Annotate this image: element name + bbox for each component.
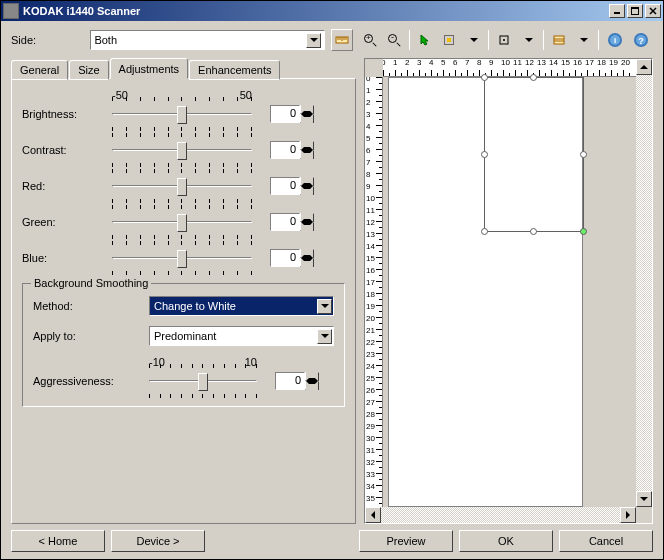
red-value[interactable]: 0 bbox=[270, 177, 300, 195]
zoom-in-button[interactable] bbox=[359, 29, 381, 51]
preview-button[interactable]: Preview bbox=[359, 530, 453, 552]
applyto-row: Apply to: Predominant bbox=[33, 326, 334, 346]
aggr-row: Aggressiveness: 0 bbox=[33, 370, 334, 392]
handle-t[interactable] bbox=[530, 74, 537, 81]
handle-b[interactable] bbox=[530, 228, 537, 235]
green-value[interactable]: 0 bbox=[270, 213, 300, 231]
applyto-dropdown-button[interactable] bbox=[317, 329, 332, 344]
method-select[interactable]: Change to White bbox=[149, 296, 334, 316]
crop-region[interactable] bbox=[484, 77, 584, 232]
brightness-row: Brightness: 0 bbox=[22, 103, 345, 125]
svg-rect-15 bbox=[554, 36, 564, 44]
scroll-right-button[interactable] bbox=[620, 507, 636, 523]
close-button[interactable] bbox=[645, 4, 661, 18]
page-outline bbox=[388, 77, 583, 507]
method-dropdown-button[interactable] bbox=[317, 299, 332, 314]
scrollbar-vertical[interactable] bbox=[636, 59, 652, 507]
handle-bl[interactable] bbox=[481, 228, 488, 235]
blue-label: Blue: bbox=[22, 252, 112, 264]
scroll-down-button[interactable] bbox=[636, 491, 652, 507]
handle-tl[interactable] bbox=[481, 74, 488, 81]
preview-pane: 01234567891011121314151617181920 0123456… bbox=[364, 58, 653, 524]
contrast-label: Contrast: bbox=[22, 144, 112, 156]
zoom-out-button[interactable] bbox=[383, 29, 405, 51]
body: General Size Adjustments Enhancements -5… bbox=[11, 58, 653, 524]
red-label: Red: bbox=[22, 180, 112, 192]
contrast-slider[interactable] bbox=[112, 139, 252, 161]
side-value: Both bbox=[94, 34, 117, 46]
grid-dropdown[interactable] bbox=[572, 29, 594, 51]
tabs: General Size Adjustments Enhancements bbox=[11, 58, 356, 79]
tab-size[interactable]: Size bbox=[69, 60, 108, 80]
background-smoothing-group: Background Smoothing Method: Change to W… bbox=[22, 283, 345, 407]
blue-spinner[interactable]: 0 bbox=[270, 249, 314, 267]
blue-slider[interactable] bbox=[112, 247, 252, 269]
ruler-vertical: 0123456789101112131415161718192021222324… bbox=[365, 77, 383, 507]
edge-dropdown[interactable] bbox=[517, 29, 539, 51]
svg-point-14 bbox=[503, 39, 505, 41]
separator bbox=[488, 30, 489, 50]
svg-text:i: i bbox=[614, 36, 616, 45]
applyto-label: Apply to: bbox=[33, 330, 149, 342]
aggr-slider[interactable] bbox=[149, 370, 257, 392]
device-button[interactable]: Device > bbox=[111, 530, 205, 552]
home-button[interactable]: < Home bbox=[11, 530, 105, 552]
contrast-row: Contrast: 0 bbox=[22, 139, 345, 161]
region-tool-button[interactable] bbox=[438, 29, 460, 51]
svg-rect-12 bbox=[447, 38, 451, 42]
pointer-tool-button[interactable] bbox=[414, 29, 436, 51]
separator bbox=[598, 30, 599, 50]
side-dropdown-button[interactable] bbox=[306, 33, 321, 48]
scroll-left-button[interactable] bbox=[365, 507, 381, 523]
contrast-value[interactable]: 0 bbox=[270, 141, 300, 159]
scrollbar-horizontal[interactable] bbox=[365, 507, 636, 523]
tab-general[interactable]: General bbox=[11, 60, 68, 80]
aggr-value[interactable]: 0 bbox=[275, 372, 305, 390]
svg-text:?: ? bbox=[638, 36, 644, 46]
separator bbox=[543, 30, 544, 50]
red-row: Red: 0 bbox=[22, 175, 345, 197]
aggr-spinner[interactable]: 0 bbox=[275, 372, 319, 390]
brightness-slider[interactable] bbox=[112, 103, 252, 125]
separator bbox=[409, 30, 410, 50]
handle-br[interactable] bbox=[580, 228, 587, 235]
brightness-spinner[interactable]: 0 bbox=[270, 105, 314, 123]
window-title: KODAK i1440 Scanner bbox=[23, 5, 607, 17]
content: Side: Both i bbox=[1, 21, 663, 559]
green-slider[interactable] bbox=[112, 211, 252, 233]
contrast-spinner[interactable]: 0 bbox=[270, 141, 314, 159]
aggr-label: Aggressiveness: bbox=[33, 375, 149, 387]
applyto-select[interactable]: Predominant bbox=[149, 326, 334, 346]
handle-l[interactable] bbox=[481, 151, 488, 158]
about-button[interactable]: i bbox=[603, 29, 627, 51]
preview-canvas[interactable] bbox=[383, 77, 636, 507]
brightness-value[interactable]: 0 bbox=[270, 105, 300, 123]
cancel-button[interactable]: Cancel bbox=[559, 530, 653, 552]
tab-adjustments[interactable]: Adjustments bbox=[110, 58, 189, 79]
tab-panel-adjustments: -50 50 Brightness: 0 bbox=[11, 78, 356, 524]
ok-button[interactable]: OK bbox=[459, 530, 553, 552]
tab-enhancements[interactable]: Enhancements bbox=[189, 60, 280, 80]
applyto-value: Predominant bbox=[151, 330, 317, 342]
button-row: < Home Device > Preview OK Cancel bbox=[11, 530, 653, 552]
method-row: Method: Change to White bbox=[33, 296, 334, 316]
red-slider[interactable] bbox=[112, 175, 252, 197]
scroll-v-track[interactable] bbox=[636, 75, 652, 491]
left-pane: General Size Adjustments Enhancements -5… bbox=[11, 58, 356, 524]
grid-tool-button[interactable] bbox=[548, 29, 570, 51]
scroll-up-button[interactable] bbox=[636, 59, 652, 75]
minimize-button[interactable] bbox=[609, 4, 625, 18]
side-select[interactable]: Both bbox=[90, 30, 325, 50]
help-button[interactable]: ? bbox=[629, 29, 653, 51]
green-spinner[interactable]: 0 bbox=[270, 213, 314, 231]
handle-r[interactable] bbox=[580, 151, 587, 158]
edge-tool-button[interactable] bbox=[493, 29, 515, 51]
blue-value[interactable]: 0 bbox=[270, 249, 300, 267]
top-row: Side: Both i bbox=[11, 28, 653, 52]
red-spinner[interactable]: 0 bbox=[270, 177, 314, 195]
side-config-button[interactable] bbox=[331, 29, 353, 51]
maximize-button[interactable] bbox=[627, 4, 643, 18]
scanner-window: KODAK i1440 Scanner Side: Both bbox=[0, 0, 664, 560]
region-dropdown[interactable] bbox=[462, 29, 484, 51]
scroll-h-track[interactable] bbox=[381, 507, 620, 523]
